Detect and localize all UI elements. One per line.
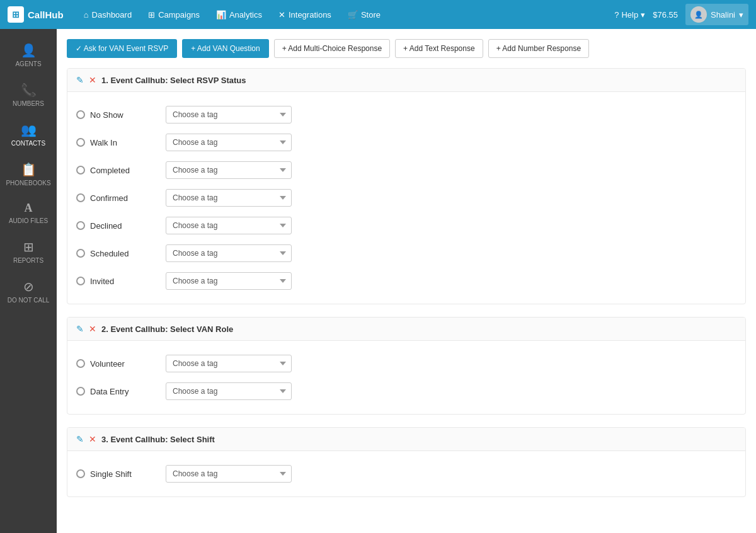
phonebooks-icon: 📋 xyxy=(21,162,37,177)
question-body-3: Single Shift Choose a tag xyxy=(67,451,745,496)
radio-completed[interactable] xyxy=(76,166,85,175)
radio-scheduled[interactable] xyxy=(76,249,85,258)
user-name: Shalini xyxy=(711,10,735,20)
avatar: 👤 xyxy=(690,6,707,23)
balance-display: $76.55 xyxy=(653,10,678,20)
label-scheduled: Scheduled xyxy=(90,249,129,258)
sidebar-item-phonebooks[interactable]: 📋 PHONEBOOKS xyxy=(0,154,57,194)
question-title-1: 1. Event Callhub: Select RSVP Status xyxy=(101,76,736,85)
reports-icon: ⊞ xyxy=(23,239,34,255)
nav-campaigns[interactable]: ⊞ Campaigns xyxy=(140,6,207,23)
logo-icon: ⊞ xyxy=(8,6,24,23)
analytics-icon: 📊 xyxy=(216,10,226,20)
tag-select-no-show[interactable]: Choose a tag xyxy=(166,106,292,123)
label-confirmed: Confirmed xyxy=(90,193,128,203)
radio-confirmed[interactable] xyxy=(76,193,85,202)
radio-no-show[interactable] xyxy=(76,110,85,119)
agents-icon: 👤 xyxy=(21,43,37,58)
radio-declined[interactable] xyxy=(76,221,85,230)
toolbar: ✓ Ask for VAN Event RSVP + Add VAN Quest… xyxy=(67,39,746,58)
sidebar-item-contacts[interactable]: 👥 CONTACTS xyxy=(0,115,57,154)
add-van-question-button[interactable]: + Add VAN Question xyxy=(182,39,269,58)
answer-row-confirmed: Confirmed Choose a tag xyxy=(76,184,736,212)
delete-icon-2[interactable]: ✕ xyxy=(89,324,96,334)
answer-row-no-show: No Show Choose a tag xyxy=(76,101,736,129)
radio-data-entry[interactable] xyxy=(76,387,85,396)
sidebar-item-numbers[interactable]: 📞 NUMBERS xyxy=(0,75,57,115)
store-icon: 🛒 xyxy=(348,10,358,20)
sidebar: 👤 AGENTS 📞 NUMBERS 👥 CONTACTS 📋 PHONEBOO… xyxy=(0,29,57,533)
nav-store[interactable]: 🛒 Store xyxy=(340,6,388,23)
edit-icon-3[interactable]: ✎ xyxy=(76,434,84,444)
nav-items: ⌂ Dashboard ⊞ Campaigns 📊 Analytics ✕ In… xyxy=(76,6,615,23)
audio-icon: A xyxy=(25,202,33,215)
question-title-2: 2. Event Callhub: Select VAN Role xyxy=(101,324,736,334)
question-header-3: ✎ ✕ 3. Event Callhub: Select Shift xyxy=(67,428,745,451)
nav-right: ? Help ▾ $76.55 👤 Shalini ▾ xyxy=(614,4,748,25)
sidebar-item-do-not-call[interactable]: ⊘ DO NOT CALL xyxy=(0,272,57,311)
radio-walk-in[interactable] xyxy=(76,138,85,147)
question-block-2: ✎ ✕ 2. Event Callhub: Select VAN Role Vo… xyxy=(67,317,746,415)
user-chevron-icon: ▾ xyxy=(739,10,743,20)
tag-select-volunteer[interactable]: Choose a tag xyxy=(166,355,292,372)
label-data-entry: Data Entry xyxy=(90,387,129,396)
tag-select-walk-in[interactable]: Choose a tag xyxy=(166,134,292,151)
sidebar-item-reports[interactable]: ⊞ REPORTS xyxy=(0,232,57,272)
contacts-icon: 👥 xyxy=(21,122,37,137)
nav-analytics[interactable]: 📊 Analytics xyxy=(209,6,270,23)
answer-row-scheduled: Scheduled Choose a tag xyxy=(76,239,736,267)
label-single-shift: Single Shift xyxy=(90,469,132,479)
campaigns-icon: ⊞ xyxy=(148,10,155,20)
answer-row-single-shift: Single Shift Choose a tag xyxy=(76,460,736,488)
edit-icon-1[interactable]: ✎ xyxy=(76,75,84,85)
label-volunteer: Volunteer xyxy=(90,359,125,369)
radio-invited[interactable] xyxy=(76,277,85,285)
tag-select-declined[interactable]: Choose a tag xyxy=(166,217,292,234)
tag-select-single-shift[interactable]: Choose a tag xyxy=(166,465,292,483)
question-body-2: Volunteer Choose a tag Data Entry Choose… xyxy=(67,341,745,414)
add-number-response-button[interactable]: + Add Number Response xyxy=(488,39,589,58)
answer-row-data-entry: Data Entry Choose a tag xyxy=(76,377,736,405)
label-completed: Completed xyxy=(90,166,130,175)
logo-text: CallHub xyxy=(28,9,64,20)
add-multi-choice-button[interactable]: + Add Multi-Choice Response xyxy=(274,39,390,58)
numbers-icon: 📞 xyxy=(21,83,37,98)
tag-select-completed[interactable]: Choose a tag xyxy=(166,161,292,179)
add-text-response-button[interactable]: + Add Text Response xyxy=(395,39,483,58)
main-content: ✓ Ask for VAN Event RSVP + Add VAN Quest… xyxy=(57,29,756,533)
nav-integrations[interactable]: ✕ Integrations xyxy=(271,6,339,23)
answer-row-volunteer: Volunteer Choose a tag xyxy=(76,350,736,377)
help-icon: ? xyxy=(614,10,619,20)
do-not-call-icon: ⊘ xyxy=(23,279,34,294)
delete-icon-1[interactable]: ✕ xyxy=(89,75,96,85)
top-nav: ⊞ CallHub ⌂ Dashboard ⊞ Campaigns 📊 Anal… xyxy=(0,0,756,29)
tag-select-confirmed[interactable]: Choose a tag xyxy=(166,189,292,207)
integrations-icon: ✕ xyxy=(278,10,285,20)
tag-select-scheduled[interactable]: Choose a tag xyxy=(166,244,292,262)
question-block-3: ✎ ✕ 3. Event Callhub: Select Shift Singl… xyxy=(67,427,746,497)
help-button[interactable]: ? Help ▾ xyxy=(614,10,645,20)
question-body-1: No Show Choose a tag Walk In Choose a ta… xyxy=(67,92,745,304)
tag-select-invited[interactable]: Choose a tag xyxy=(166,272,292,290)
ask-van-rsvp-button[interactable]: ✓ Ask for VAN Event RSVP xyxy=(67,39,177,58)
user-menu-button[interactable]: 👤 Shalini ▾ xyxy=(685,4,748,25)
sidebar-item-agents[interactable]: 👤 AGENTS xyxy=(0,35,57,75)
edit-icon-2[interactable]: ✎ xyxy=(76,324,84,334)
answer-row-completed: Completed Choose a tag xyxy=(76,156,736,184)
logo: ⊞ CallHub xyxy=(8,6,64,23)
answer-row-declined: Declined Choose a tag xyxy=(76,212,736,239)
answer-row-invited: Invited Choose a tag xyxy=(76,267,736,295)
nav-dashboard[interactable]: ⌂ Dashboard xyxy=(76,6,139,23)
dashboard-icon: ⌂ xyxy=(84,10,89,20)
question-header-1: ✎ ✕ 1. Event Callhub: Select RSVP Status xyxy=(67,69,745,92)
radio-volunteer[interactable] xyxy=(76,359,85,368)
delete-icon-3[interactable]: ✕ xyxy=(89,434,96,444)
label-declined: Declined xyxy=(90,221,122,231)
radio-single-shift[interactable] xyxy=(76,469,85,478)
label-no-show: No Show xyxy=(90,110,123,120)
tag-select-data-entry[interactable]: Choose a tag xyxy=(166,382,292,400)
answer-row-walk-in: Walk In Choose a tag xyxy=(76,129,736,156)
sidebar-item-audio-files[interactable]: A AUDIO FILES xyxy=(0,194,57,232)
question-header-2: ✎ ✕ 2. Event Callhub: Select VAN Role xyxy=(67,318,745,341)
label-invited: Invited xyxy=(90,277,114,286)
